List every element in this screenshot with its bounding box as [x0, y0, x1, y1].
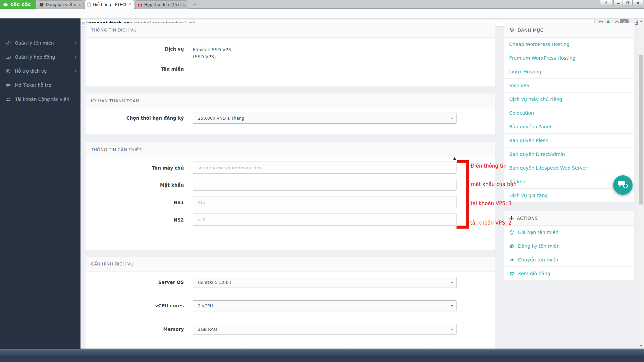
- annotation-note: tài khoản VPS: 1: [471, 200, 512, 206]
- comment-icon: [6, 83, 11, 88]
- selected-option: 2 vCPU: [198, 303, 213, 308]
- chevron-right-icon: ›: [75, 55, 76, 59]
- action-register-domain[interactable]: Đăng ký tên miền: [504, 239, 634, 253]
- catalog-panel: DANH MỤC Cheap WordPress Hosting Premium…: [504, 23, 634, 202]
- chat-bubbles-icon: [618, 181, 628, 189]
- globe-icon: [509, 244, 514, 249]
- required-info-panel: THÔNG TIN CẦN THIẾT Tên máy chủ Mật khẩu…: [86, 142, 495, 250]
- catalog-link[interactable]: Colocation: [504, 106, 634, 120]
- person-icon: [604, 1, 608, 5]
- selected-option: 2GB RAM: [198, 327, 217, 332]
- vcpu-select[interactable]: 2 vCPU ▾: [193, 300, 457, 311]
- billing-cycle-panel: KỲ HẠN THANH TOÁN Chọn thời hạn đăng ký …: [86, 94, 495, 134]
- hostname-label: Tên máy chủ: [87, 165, 184, 171]
- sidebar-item-label: Quản lý hợp đồng: [15, 54, 55, 60]
- ns2-label: NS2: [87, 217, 184, 223]
- action-label: Chuyển tên miền: [518, 257, 558, 262]
- coccoc-logo[interactable]: cốc cốc: [0, 0, 36, 9]
- tab-cart-active[interactable]: Giỏ hàng - FTECH.VN ✕: [85, 0, 134, 9]
- section-title: THÔNG TIN CẦN THIẾT: [86, 142, 495, 157]
- close-icon: [636, 1, 640, 4]
- catalog-link[interactable]: Bản quyền DirectAdmin: [504, 147, 634, 161]
- close-icon[interactable]: ✕: [128, 2, 131, 7]
- ns1-label: NS1: [87, 200, 184, 205]
- section-title: CẤU HÌNH DỊCH VỤ: [86, 257, 495, 272]
- scroll-up-icon[interactable]: [640, 20, 643, 22]
- brand-text: cốc cốc: [10, 2, 31, 7]
- action-label: Đăng ký tên miền: [518, 243, 559, 249]
- memory-select[interactable]: 2GB RAM ▾: [193, 324, 457, 335]
- catalog-link[interactable]: Bản quyền cPanel: [504, 120, 634, 134]
- close-window-button[interactable]: [632, 0, 643, 5]
- billing-cycle-select[interactable]: 250,000 VND 1 Tháng ▾: [193, 113, 457, 124]
- annotation-note: mật khẩu của bạn: [471, 181, 517, 187]
- gmail-favicon: [138, 3, 142, 7]
- tab-title: Đăng bài viết mới | Diễn Đ: [46, 2, 76, 7]
- selected-option: CentOS 5 32-bit: [198, 280, 231, 285]
- tab-title: Hộp thư đến (157) - hopro: [144, 2, 180, 7]
- tab-forum[interactable]: Đăng bài viết mới | Diễn Đ ✕: [37, 0, 84, 9]
- refresh-icon: [509, 230, 514, 235]
- live-chat-button[interactable]: [613, 175, 633, 195]
- catalog-link[interactable]: Dịch vụ máy chủ riêng: [504, 93, 634, 106]
- sidebar-item-contracts[interactable]: Quản lý hợp đồng ›: [0, 50, 80, 64]
- catalog-title: DANH MỤC: [518, 27, 543, 33]
- catalog-link[interactable]: Premium WordPress Hosting: [504, 51, 634, 65]
- service-info-panel: THÔNG TIN DỊCH VỤ Dịch vụ Flexible SSD V…: [86, 23, 495, 86]
- browser-tab-bar: cốc cốc Đăng bài viết mới | Diễn Đ ✕ Giỏ…: [0, 0, 644, 9]
- catalog-link[interactable]: Bản quyền Plesk: [504, 134, 634, 147]
- sidebar-item-domains[interactable]: Quản lý tên miền ›: [0, 36, 80, 50]
- catalog-link[interactable]: Cheap WordPress Hosting: [504, 38, 634, 51]
- profile-button[interactable]: [600, 0, 612, 5]
- service-config-panel: CẤU HÌNH DỊCH VỤ Server OS CentOS 5 32-b…: [86, 257, 495, 349]
- support-icon: [6, 69, 11, 74]
- catalog-header: DANH MỤC: [504, 23, 634, 38]
- minimize-icon: [616, 1, 620, 4]
- users-icon: [6, 97, 11, 102]
- sidebar-item-support[interactable]: Hỗ trợ dịch vụ ›: [0, 64, 80, 78]
- memory-label: Memory: [87, 326, 184, 332]
- catalog-link[interactable]: Bản quyền Litespeed Web Server: [504, 161, 634, 175]
- actions-header: ACTIONS: [504, 211, 634, 226]
- sidebar-item-affiliate[interactable]: Tài khoản Cộng tác viên: [0, 92, 80, 106]
- server-os-select[interactable]: CentOS 5 32-bit ▾: [193, 277, 457, 288]
- sidebar-item-label: Mở Ticket hỗ trợ: [15, 82, 51, 88]
- hostname-input[interactable]: [193, 162, 457, 174]
- close-icon[interactable]: ✕: [78, 3, 81, 7]
- catalog-link[interactable]: Linux Hosting: [504, 65, 634, 79]
- new-tab-button[interactable]: +: [190, 1, 200, 8]
- chevron-right-icon: ›: [75, 41, 76, 45]
- annotation-bracket-line: [466, 160, 469, 229]
- screen: cốc cốc Đăng bài viết mới | Diễn Đ ✕ Giỏ…: [0, 0, 644, 362]
- section-title: THÔNG TIN DỊCH VỤ: [86, 23, 495, 38]
- link-icon: [6, 41, 11, 46]
- password-input[interactable]: [193, 179, 457, 191]
- page-favicon: [87, 2, 91, 7]
- tab-gmail[interactable]: Hộp thư đến (157) - hopro ✕: [135, 0, 188, 9]
- actions-title: ACTIONS: [517, 216, 538, 221]
- ns2-input[interactable]: [193, 214, 457, 226]
- sidebar-item-ticket[interactable]: Mở Ticket hỗ trợ: [0, 78, 80, 92]
- close-icon[interactable]: ✕: [182, 3, 185, 7]
- action-renew-domain[interactable]: Gia hạn tên miền: [504, 226, 634, 239]
- action-view-cart[interactable]: Xem giỏ hàng: [504, 267, 634, 281]
- chevron-right-icon: ›: [75, 69, 76, 73]
- catalog-link[interactable]: SSD VPS: [504, 79, 634, 93]
- domain-label: Tên miền: [87, 66, 184, 72]
- minimize-button[interactable]: [613, 0, 623, 5]
- action-label: Xem giỏ hàng: [518, 271, 550, 276]
- browser-nav-bar: Bảo mật https://account.ftech.vn/cart.ph…: [0, 9, 644, 18]
- tab-title: Giỏ hàng - FTECH.VN: [93, 2, 126, 7]
- annotation-bracket-bottom: [457, 226, 469, 229]
- dropdown-arrow-icon: ▾: [451, 116, 453, 120]
- ns1-input[interactable]: [193, 196, 457, 208]
- restore-button[interactable]: [623, 0, 632, 5]
- actions-panel: ACTIONS Gia hạn tên miền Đăng ký tên miề…: [504, 211, 634, 281]
- page-scrollbar[interactable]: [638, 18, 644, 349]
- action-transfer-domain[interactable]: Chuyển tên miền: [504, 253, 634, 267]
- scrollbar-thumb[interactable]: [639, 55, 643, 204]
- server-os-label: Server OS: [87, 280, 184, 285]
- catalog-link[interactable]: Dịch vụ gia tăng: [504, 189, 634, 202]
- dropdown-arrow-icon: ▾: [451, 281, 453, 284]
- scroll-down-icon[interactable]: [640, 345, 643, 347]
